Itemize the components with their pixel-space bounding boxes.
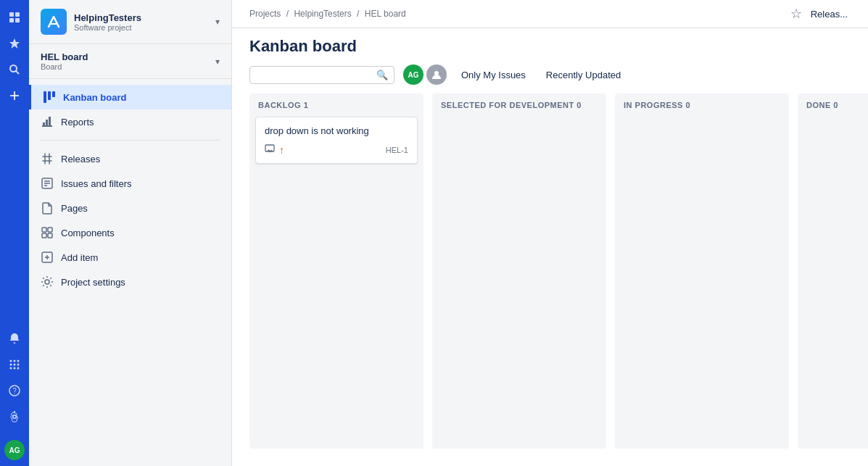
sidebar-item-reports-label: Reports (61, 117, 94, 128)
svg-rect-27 (48, 233, 52, 238)
sidebar-nav: Kanban board Reports Releases Issues and… (29, 79, 231, 300)
breadcrumb: Projects / HelpingTesters / HEL board (249, 9, 406, 19)
svg-rect-24 (42, 228, 46, 232)
only-my-issues-button[interactable]: Only My Issues (455, 67, 532, 83)
project-type: Software project (74, 23, 208, 32)
column-backlog-header: BACKLOG 1 (249, 93, 423, 117)
card-hel-1-icons: ↑ (265, 143, 284, 156)
svg-point-10 (14, 360, 16, 362)
column-in-progress-header: IN PROGRESS 0 (615, 93, 789, 117)
user-avatar-rail[interactable]: AG (4, 440, 25, 460)
star-nav-icon[interactable] (3, 32, 26, 55)
bell-nav-icon[interactable] (3, 327, 26, 350)
svg-point-15 (10, 367, 12, 370)
help-nav-icon[interactable]: ? (3, 379, 26, 402)
svg-rect-1 (15, 12, 20, 17)
card-hel-1[interactable]: drop down is not working ↑ HEL-1 (255, 117, 418, 164)
svg-point-29 (45, 280, 49, 284)
sidebar-divider (41, 140, 220, 141)
svg-rect-31 (265, 145, 274, 151)
svg-rect-21 (48, 91, 51, 100)
project-chevron-icon[interactable]: ▾ (215, 17, 220, 27)
column-backlog: BACKLOG 1 drop down is not working ↑ HEL… (249, 93, 423, 449)
svg-point-17 (17, 367, 20, 370)
svg-rect-2 (9, 18, 14, 22)
svg-rect-26 (42, 233, 46, 238)
breadcrumb-projects[interactable]: Projects (249, 9, 281, 19)
icon-rail: ? AG (0, 0, 29, 466)
grid-nav-icon[interactable] (3, 353, 26, 376)
card-hel-1-footer: ↑ HEL-1 (265, 143, 408, 156)
avatar-ag[interactable]: AG (403, 65, 423, 85)
issues-icon (41, 177, 54, 190)
breadcrumb-sep1: / (286, 9, 289, 19)
home-icon[interactable] (3, 6, 26, 29)
sidebar-item-reports[interactable]: Reports (29, 109, 231, 134)
column-in-progress-body (615, 117, 789, 449)
sidebar-item-settings-label: Project settings (61, 277, 125, 288)
page-title: Kanban board (249, 37, 357, 56)
sidebar-item-additem[interactable]: Add item (29, 245, 231, 270)
svg-rect-3 (15, 18, 20, 22)
breadcrumb-board[interactable]: HEL board (365, 9, 406, 19)
sidebar-item-releases-label: Releases (61, 154, 100, 165)
screenshot-icon (265, 143, 275, 156)
svg-point-16 (14, 367, 16, 370)
breadcrumb-sep2: / (357, 9, 359, 19)
search-nav-icon[interactable] (3, 58, 26, 81)
priority-high-icon: ↑ (279, 144, 284, 156)
board-name: HEL board (41, 51, 88, 62)
column-in-progress: IN PROGRESS 0 (615, 93, 789, 449)
svg-marker-4 (9, 38, 20, 49)
pages-icon (41, 201, 54, 215)
svg-point-14 (17, 364, 20, 366)
svg-point-5 (10, 65, 17, 72)
breadcrumb-project[interactable]: HelpingTesters (294, 9, 351, 19)
project-header[interactable]: HelpingTesters Software project ▾ (29, 0, 231, 44)
star-button[interactable]: ☆ (790, 6, 802, 22)
column-done: DONE 0 (798, 93, 868, 449)
kanban-board: BACKLOG 1 drop down is not working ↑ HEL… (232, 93, 868, 466)
svg-rect-22 (52, 91, 55, 97)
column-done-body (798, 117, 868, 449)
board-header[interactable]: HEL board Board ▾ (29, 44, 231, 79)
svg-rect-8 (10, 95, 19, 96)
releases-icon (41, 152, 54, 165)
column-done-header: DONE 0 (798, 93, 868, 117)
sidebar-item-pages[interactable]: Pages (29, 196, 231, 220)
sidebar-item-components[interactable]: Components (29, 220, 231, 245)
svg-point-11 (17, 360, 20, 362)
recently-updated-button[interactable]: Recently Updated (540, 67, 627, 83)
board-subtitle: Board (41, 62, 88, 71)
board-header-info: HEL board Board (41, 51, 88, 71)
releases-button[interactable]: Releas... (811, 9, 848, 20)
column-selected-dev-body (432, 117, 606, 449)
sidebar-item-additem-label: Add item (61, 252, 98, 263)
svg-rect-25 (48, 228, 52, 232)
kanban-icon (43, 91, 56, 104)
project-name: HelpingTesters (74, 12, 208, 23)
filter-bar: 🔍 AG Only My Issues Recently Updated (232, 56, 868, 93)
project-logo (41, 9, 67, 35)
projectsettings-icon (41, 275, 54, 288)
plus-nav-icon[interactable] (3, 84, 26, 107)
svg-point-12 (10, 364, 12, 366)
sidebar-item-releases[interactable]: Releases (29, 146, 231, 171)
top-right-actions: ☆ Releas... (790, 6, 851, 22)
reports-icon (41, 115, 54, 128)
svg-point-9 (10, 360, 12, 362)
settings-nav-icon[interactable] (3, 405, 26, 428)
sidebar-item-settings[interactable]: Project settings (29, 270, 231, 294)
project-info: HelpingTesters Software project (74, 12, 208, 32)
sidebar-item-issues[interactable]: Issues and filters (29, 171, 231, 196)
sidebar-item-issues-label: Issues and filters (61, 178, 132, 189)
avatar-user2[interactable] (426, 65, 447, 85)
additem-icon (41, 251, 54, 264)
card-hel-1-title: drop down is not working (265, 125, 408, 138)
search-input[interactable] (256, 70, 376, 80)
avatar-group: AG (403, 65, 447, 85)
sidebar-item-kanban[interactable]: Kanban board (29, 85, 231, 109)
search-box[interactable]: 🔍 (249, 66, 394, 84)
svg-rect-0 (9, 12, 14, 17)
board-chevron-icon[interactable]: ▾ (215, 57, 220, 67)
